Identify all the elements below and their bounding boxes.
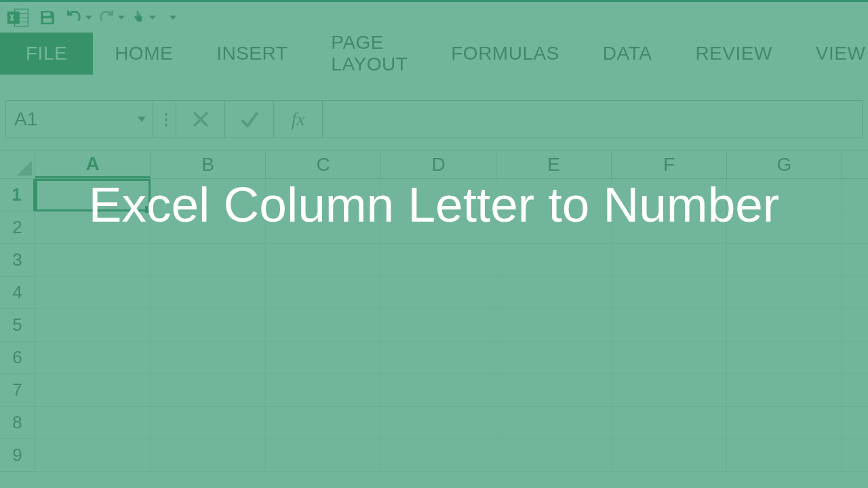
column-header-a[interactable]: A <box>35 151 151 178</box>
touch-dropdown-caret-icon[interactable] <box>149 16 156 20</box>
row-header-8[interactable]: 8 <box>0 407 35 439</box>
cells-area[interactable] <box>35 179 868 472</box>
row-header-5[interactable]: 5 <box>0 309 35 342</box>
select-all-button[interactable] <box>0 151 35 178</box>
svg-rect-5 <box>47 12 49 15</box>
column-headers: A B C D E F G <box>0 150 868 179</box>
excel-logo-icon <box>5 5 31 30</box>
column-header-d[interactable]: D <box>381 151 496 178</box>
name-box-caret-icon[interactable] <box>138 117 146 122</box>
tab-page-layout[interactable]: PAGE LAYOUT <box>309 33 429 75</box>
formula-bar-expand-icon[interactable]: ⋮ <box>153 100 176 138</box>
save-icon[interactable] <box>35 5 60 30</box>
redo-dropdown-caret-icon[interactable] <box>118 16 125 20</box>
enter-icon[interactable] <box>225 100 274 138</box>
redo-button[interactable] <box>96 5 125 30</box>
tab-insert[interactable]: INSERT <box>195 33 309 75</box>
row-header-1[interactable]: 1 <box>0 179 35 211</box>
svg-rect-4 <box>7 12 20 24</box>
quick-access-toolbar <box>0 2 868 33</box>
name-box[interactable]: A1 <box>5 100 153 138</box>
tab-home[interactable]: HOME <box>93 33 195 75</box>
cancel-icon[interactable] <box>176 100 225 138</box>
undo-button[interactable] <box>64 5 92 30</box>
tab-review[interactable]: REVIEW <box>673 33 793 75</box>
tab-file[interactable]: FILE <box>0 33 93 75</box>
insert-function-button[interactable]: fx <box>274 100 323 138</box>
ribbon-tabs: FILE HOME INSERT PAGE LAYOUT FORMULAS DA… <box>0 33 868 75</box>
excel-window: FILE HOME INSERT PAGE LAYOUT FORMULAS DA… <box>0 0 868 488</box>
formula-bar: A1 ⋮ fx <box>0 100 868 138</box>
row-header-9[interactable]: 9 <box>0 439 35 472</box>
row-header-2[interactable]: 2 <box>0 211 35 244</box>
column-header-b[interactable]: B <box>151 151 266 178</box>
column-header-g[interactable]: G <box>727 151 842 178</box>
formula-input[interactable] <box>323 100 863 138</box>
column-header-f[interactable]: F <box>612 151 727 178</box>
active-cell-outline <box>35 179 151 211</box>
column-header-c[interactable]: C <box>266 151 381 178</box>
tab-view[interactable]: VIEW <box>794 33 868 75</box>
row-header-6[interactable]: 6 <box>0 342 35 374</box>
row-header-3[interactable]: 3 <box>0 244 35 277</box>
touch-mode-button[interactable] <box>129 5 156 30</box>
row-header-7[interactable]: 7 <box>0 374 35 407</box>
qat-customize-caret-icon[interactable] <box>170 16 176 20</box>
fx-label: fx <box>291 108 304 130</box>
tab-formulas[interactable]: FORMULAS <box>429 33 581 75</box>
row-headers: 1 2 3 4 5 6 7 8 9 <box>0 179 35 472</box>
undo-dropdown-caret-icon[interactable] <box>85 16 92 20</box>
tab-data[interactable]: DATA <box>581 33 674 75</box>
column-header-e[interactable]: E <box>496 151 612 178</box>
spreadsheet-grid: A B C D E F G 1 2 3 4 5 6 7 8 9 <box>0 150 868 472</box>
row-header-4[interactable]: 4 <box>0 277 35 309</box>
name-box-value: A1 <box>14 108 37 130</box>
